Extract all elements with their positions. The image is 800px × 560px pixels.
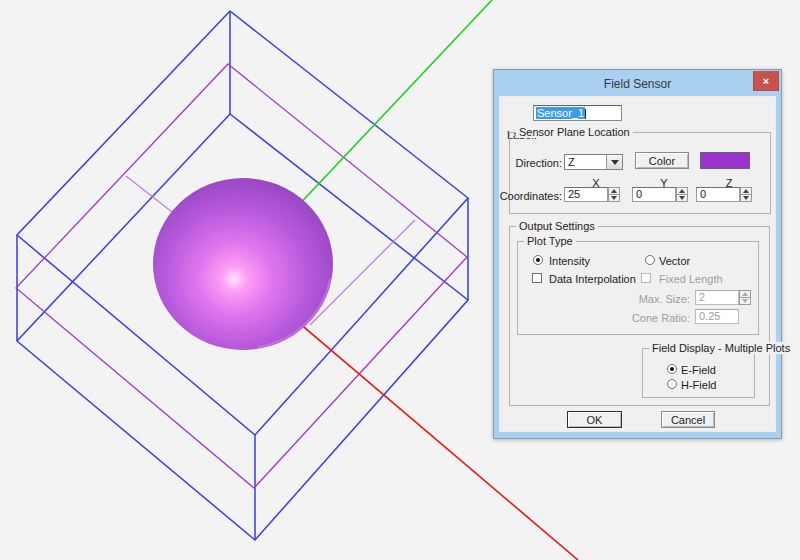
h-field-radio[interactable] xyxy=(667,379,677,389)
coordinate-y-field[interactable]: 0 xyxy=(632,187,676,202)
vector-label: Vector xyxy=(659,255,690,267)
ok-button[interactable]: OK xyxy=(567,411,622,428)
dialog-titlebar[interactable]: Field Sensor xyxy=(494,70,781,96)
chevron-down-icon xyxy=(611,160,619,165)
max-size-field: 2 xyxy=(695,290,739,305)
field-display-title: Field Display - Multiple Plots xyxy=(649,342,793,354)
coordinate-x-field[interactable]: 25 xyxy=(564,187,608,202)
fixed-length-checkbox xyxy=(641,273,651,283)
cone-ratio-caption: Cone Ratio: xyxy=(632,312,690,324)
spin-up-icon[interactable] xyxy=(740,187,752,195)
cancel-button[interactable]: Cancel xyxy=(661,411,715,428)
max-size-spinner xyxy=(739,290,751,305)
max-size-caption: Max. Size: xyxy=(639,293,690,305)
spin-down-icon[interactable] xyxy=(608,195,620,202)
data-interpolation-checkbox[interactable] xyxy=(532,273,542,283)
dialog-title: Field Sensor xyxy=(604,77,671,91)
sensor-plane-location-title: Sensor Plane Location xyxy=(516,126,633,138)
spin-down-icon[interactable] xyxy=(740,195,752,202)
coordinate-y-spinner[interactable] xyxy=(676,187,688,202)
dropdown-button[interactable] xyxy=(606,155,622,169)
coordinate-z-field[interactable]: 0 xyxy=(696,187,740,202)
coordinates-caption: Coordinates: xyxy=(500,190,562,202)
coordinate-z-spinner[interactable] xyxy=(740,187,752,202)
spin-down-icon xyxy=(739,298,751,305)
output-settings-title: Output Settings xyxy=(516,220,598,232)
fixed-length-label: Fixed Length xyxy=(659,273,723,285)
spin-up-icon[interactable] xyxy=(676,187,688,195)
direction-value: Z xyxy=(565,155,606,169)
direction-caption: Direction: xyxy=(516,157,562,169)
text-caret xyxy=(585,109,586,119)
intensity-label: Intensity xyxy=(549,255,590,267)
close-button[interactable]: × xyxy=(753,71,779,91)
data-interpolation-label: Data Interpolation xyxy=(549,273,636,285)
close-icon: × xyxy=(763,75,769,87)
coordinate-x-spinner[interactable] xyxy=(608,187,620,202)
color-button[interactable]: Color xyxy=(635,152,689,169)
dialog-content: Label: Sensor_1 Sensor Plane Location Di… xyxy=(499,96,776,432)
h-field-label: H-Field xyxy=(681,379,716,391)
cone-ratio-field: 0.25 xyxy=(695,309,739,324)
e-field-radio[interactable] xyxy=(667,364,677,374)
spin-up-icon xyxy=(739,290,751,298)
field-sensor-dialog: Field Sensor × Label: Sensor_1 Sensor Pl… xyxy=(493,69,782,439)
plot-type-title: Plot Type xyxy=(524,235,576,247)
label-input[interactable]: Sensor_1 xyxy=(533,105,622,121)
spin-down-icon[interactable] xyxy=(676,195,688,202)
vector-radio[interactable] xyxy=(645,255,655,265)
spin-up-icon[interactable] xyxy=(608,187,620,195)
intensity-radio[interactable] xyxy=(533,255,543,265)
direction-dropdown[interactable]: Z xyxy=(564,154,623,170)
e-field-label: E-Field xyxy=(681,364,716,376)
sensor-color-swatch[interactable] xyxy=(700,152,750,169)
label-input-selected-text: Sensor_1 xyxy=(536,107,585,119)
